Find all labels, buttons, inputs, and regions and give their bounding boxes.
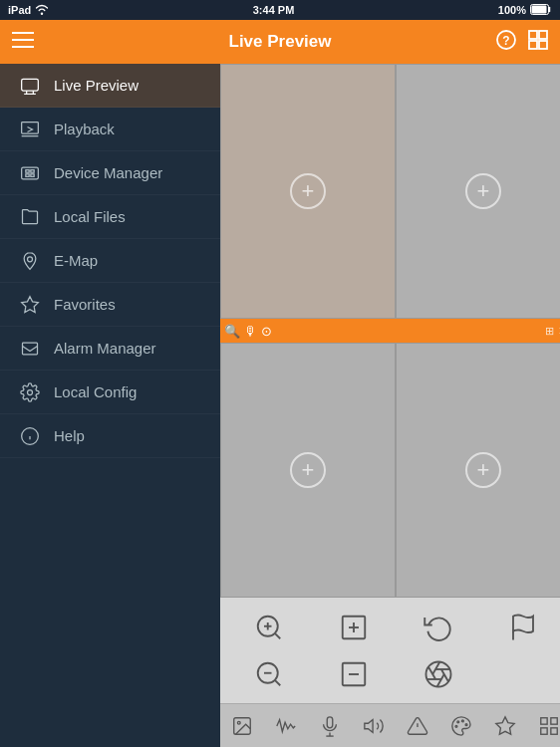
sidebar-item-alarm-manager[interactable]: Alarm Manager — [0, 327, 220, 371]
sidebar-label-alarm-manager: Alarm Manager — [54, 340, 156, 357]
svg-rect-63 — [551, 727, 557, 733]
favorites-icon — [16, 291, 44, 319]
svg-rect-22 — [23, 343, 38, 355]
sidebar-label-live-preview: Live Preview — [54, 77, 139, 94]
aperture-button[interactable] — [398, 652, 478, 695]
svg-line-41 — [440, 669, 447, 681]
e-map-icon — [16, 247, 44, 275]
divider-dot-icon[interactable]: ⊙ — [261, 324, 272, 339]
header-right: ? — [496, 30, 548, 55]
sidebar-item-favorites[interactable]: Favorites — [0, 283, 220, 327]
sidebar-label-device-manager: Device Manager — [54, 164, 162, 181]
svg-line-44 — [427, 666, 434, 678]
local-config-icon — [16, 378, 44, 406]
svg-point-58 — [455, 725, 457, 727]
svg-point-23 — [28, 389, 33, 394]
svg-rect-8 — [539, 31, 547, 39]
sidebar-label-local-files: Local Files — [54, 208, 126, 225]
help-sidebar-icon — [16, 422, 44, 450]
svg-line-36 — [274, 679, 279, 684]
sidebar-label-favorites: Favorites — [54, 296, 116, 313]
sidebar-label-help: Help — [54, 427, 85, 444]
toolbar-grid — [220, 598, 560, 703]
device-manager-icon — [16, 159, 44, 187]
svg-rect-1 — [531, 5, 546, 13]
nav-waveform-button[interactable] — [264, 704, 308, 748]
video-row-top: + + — [220, 64, 560, 319]
status-time: 3:44 PM — [253, 4, 295, 16]
add-camera-btn-top-right[interactable]: + — [465, 173, 501, 209]
live-preview-icon — [16, 72, 44, 100]
header: Live Preview ? — [0, 20, 560, 64]
nav-palette-button[interactable] — [439, 704, 483, 748]
svg-line-43 — [432, 661, 439, 673]
add-view-button[interactable] — [313, 606, 394, 648]
svg-marker-59 — [496, 716, 514, 733]
layout-icon[interactable] — [528, 30, 548, 55]
rotate-button[interactable] — [398, 606, 478, 648]
svg-rect-62 — [541, 727, 547, 733]
divider-search-icon[interactable]: 🔍 — [224, 324, 240, 339]
nav-image-button[interactable] — [220, 704, 264, 748]
video-cell-bottom-left[interactable]: + — [220, 343, 396, 598]
sidebar-item-device-manager[interactable]: Device Manager — [0, 151, 220, 195]
svg-marker-21 — [22, 296, 39, 312]
help-icon[interactable]: ? — [496, 30, 516, 55]
sidebar-label-local-config: Local Config — [54, 383, 137, 400]
svg-point-57 — [457, 720, 459, 722]
video-cell-bottom-right[interactable]: + — [396, 343, 560, 598]
nav-speaker-button[interactable] — [352, 704, 396, 748]
svg-rect-16 — [26, 169, 29, 172]
divider-right-icons: ⊞ ✕ — [545, 325, 560, 338]
crop-button[interactable] — [313, 652, 394, 695]
svg-rect-15 — [22, 167, 39, 179]
battery-label: 100% — [498, 4, 526, 16]
svg-point-20 — [28, 256, 33, 261]
sidebar-item-local-config[interactable]: Local Config — [0, 371, 220, 414]
content-area: + + 🔍 🎙 ⊙ ⊞ ✕ + — [220, 64, 560, 747]
header-left — [12, 31, 34, 54]
empty-button — [482, 652, 560, 695]
svg-rect-18 — [26, 173, 29, 176]
wifi-icon — [35, 3, 49, 17]
status-bar: iPad 3:44 PM 100% — [0, 0, 560, 20]
local-files-icon — [16, 203, 44, 231]
svg-rect-17 — [31, 169, 34, 172]
sidebar-item-local-files[interactable]: Local Files — [0, 195, 220, 239]
add-camera-btn-top-left[interactable]: + — [290, 173, 326, 209]
main-container: Live Preview Playback Device Manager Loc… — [0, 64, 560, 747]
sidebar-item-playback[interactable]: Playback — [0, 108, 220, 151]
svg-rect-9 — [529, 41, 537, 49]
header-title: Live Preview — [228, 32, 331, 52]
svg-line-28 — [274, 632, 279, 637]
nav-grid-button[interactable] — [527, 704, 560, 748]
sidebar-label-playback: Playback — [54, 121, 115, 137]
divider-right-icon1[interactable]: ⊞ — [545, 325, 554, 338]
divider-bar: 🔍 🎙 ⊙ ⊞ ✕ — [220, 319, 560, 343]
status-left: iPad — [8, 3, 49, 17]
add-camera-btn-bottom-right[interactable]: + — [465, 452, 501, 488]
zoom-out-button[interactable] — [228, 652, 309, 695]
nav-microphone-button[interactable] — [308, 704, 352, 748]
svg-point-55 — [461, 720, 463, 722]
divider-mic-icon[interactable]: 🎙 — [244, 324, 257, 339]
svg-text:?: ? — [502, 34, 509, 48]
sidebar-item-e-map[interactable]: E-Map — [0, 239, 220, 283]
sidebar-item-help[interactable]: Help — [0, 414, 220, 458]
flag-button[interactable] — [482, 606, 560, 648]
battery-icon — [530, 4, 552, 17]
menu-icon[interactable] — [12, 31, 34, 54]
video-cell-top-right[interactable]: + — [396, 64, 560, 319]
add-camera-btn-bottom-left[interactable]: + — [290, 452, 326, 488]
nav-warning-button[interactable] — [396, 704, 439, 748]
sidebar-label-e-map: E-Map — [54, 252, 98, 269]
svg-point-56 — [465, 723, 467, 725]
bottom-toolbar — [220, 598, 560, 747]
nav-star-button[interactable] — [483, 704, 527, 748]
sidebar-item-live-preview[interactable]: Live Preview — [0, 64, 220, 108]
zoom-in-button[interactable] — [228, 606, 309, 648]
video-cell-top-left[interactable]: + — [220, 64, 396, 319]
svg-line-46 — [436, 674, 443, 686]
video-grid: + + 🔍 🎙 ⊙ ⊞ ✕ + — [220, 64, 560, 598]
svg-point-48 — [237, 721, 240, 724]
